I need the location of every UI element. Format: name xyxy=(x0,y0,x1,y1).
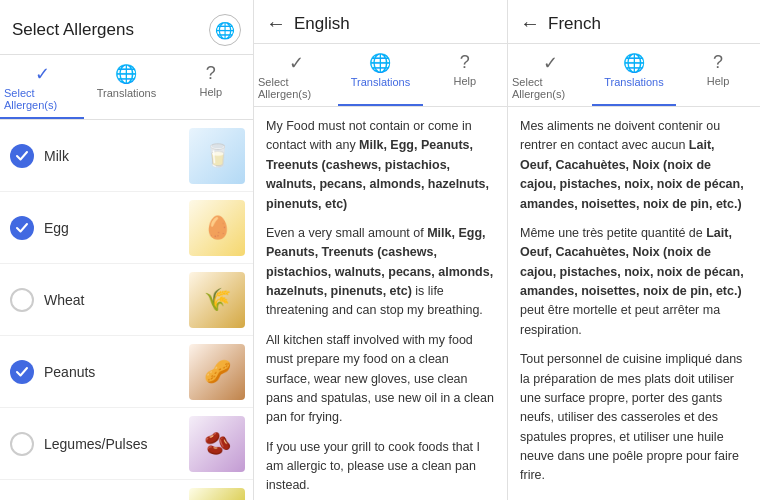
left-tab-label-help: Help xyxy=(200,86,223,98)
allergen-list: Milk 🥛 Egg 🥚 xyxy=(0,120,253,500)
check-circle-peanuts xyxy=(10,360,34,384)
wheat-emoji: 🌾 xyxy=(204,287,231,313)
left-tabs: ✓ Select Allergen(s) 🌐 Translations ? He… xyxy=(0,55,253,120)
allergen-name-egg: Egg xyxy=(44,220,189,236)
allergen-check-egg xyxy=(8,214,36,242)
checkmark-icon xyxy=(15,221,29,235)
left-panel: Select Allergens 🌐 ✓ Select Allergen(s) … xyxy=(0,0,254,500)
allergen-item-egg[interactable]: Egg 🥚 xyxy=(0,192,253,264)
help-tab-icon-right: ? xyxy=(713,52,723,73)
allergen-name-milk: Milk xyxy=(44,148,189,164)
allergen-name-peanuts: Peanuts xyxy=(44,364,189,380)
mid-para-1: My Food must not contain or come in cont… xyxy=(266,117,495,214)
middle-tab-select[interactable]: ✓ Select Allergen(s) xyxy=(254,44,338,106)
allergen-img-egg: 🥚 xyxy=(189,200,245,256)
middle-tab-select-label: Select Allergen(s) xyxy=(258,76,334,100)
left-tab-help[interactable]: ? Help xyxy=(169,55,253,119)
milk-emoji: 🥛 xyxy=(204,143,231,169)
right-tab-help-label: Help xyxy=(707,75,730,87)
left-tab-label-select: Select Allergen(s) xyxy=(4,87,80,111)
allergen-img-peanuts: 🥜 xyxy=(189,344,245,400)
mid-para-2: Even a very small amount of Milk, Egg, P… xyxy=(266,224,495,321)
allergen-img-milk: 🥛 xyxy=(189,128,245,184)
middle-title: English xyxy=(294,14,350,34)
globe-button[interactable]: 🌐 xyxy=(209,14,241,46)
allergen-img-wheat: 🌾 xyxy=(189,272,245,328)
allergen-check-legumes xyxy=(8,430,36,458)
check-tab-icon-right: ✓ xyxy=(543,52,558,74)
allergen-check-milk xyxy=(8,142,36,170)
mid-para-4: If you use your grill to cook foods that… xyxy=(266,438,495,496)
right-para-3: Tout personnel de cuisine impliqué dans … xyxy=(520,350,748,486)
right-tab-select[interactable]: ✓ Select Allergen(s) xyxy=(508,44,592,106)
allergen-check-peanuts xyxy=(8,358,36,386)
right-para-1: Mes aliments ne doivent contenir ou rent… xyxy=(520,117,748,214)
middle-tab-help-label: Help xyxy=(454,75,477,87)
middle-panel: ← English ✓ Select Allergen(s) 🌐 Transla… xyxy=(254,0,508,500)
right-tab-translations-label: Translations xyxy=(604,76,664,88)
check-circle-milk xyxy=(10,144,34,168)
egg-emoji: 🥚 xyxy=(204,215,231,241)
peanuts-emoji: 🥜 xyxy=(204,359,231,385)
globe-tab-icon-mid: 🌐 xyxy=(369,52,391,74)
right-tab-translations[interactable]: 🌐 Translations xyxy=(592,44,676,106)
right-tab-select-label: Select Allergen(s) xyxy=(512,76,588,100)
middle-tab-help[interactable]: ? Help xyxy=(423,44,507,106)
check-icon: ✓ xyxy=(35,63,50,85)
allergen-name-legumes: Legumes/Pulses xyxy=(44,436,189,452)
help-tab-icon-mid: ? xyxy=(460,52,470,73)
left-tab-select-allergen[interactable]: ✓ Select Allergen(s) xyxy=(0,55,84,119)
globe-tab-icon: 🌐 xyxy=(115,63,137,85)
right-para-4: Si vous utilisez votre gril pour cuisine… xyxy=(520,496,748,500)
allergen-img-soy: 🌿 xyxy=(189,488,245,501)
middle-content: My Food must not contain or come in cont… xyxy=(254,107,507,500)
mid-para-3: All kitchen staff involved with my food … xyxy=(266,331,495,428)
allergen-check-wheat xyxy=(8,286,36,314)
globe-icon: 🌐 xyxy=(215,21,235,40)
allergen-item-soy[interactable]: Soy 🌿 xyxy=(0,480,253,500)
check-tab-icon-mid: ✓ xyxy=(289,52,304,74)
empty-circle-wheat xyxy=(10,288,34,312)
right-header: ← French xyxy=(508,0,760,44)
allergen-item-peanuts[interactable]: Peanuts 🥜 xyxy=(0,336,253,408)
allergen-item-legumes[interactable]: Legumes/Pulses 🫘 xyxy=(0,408,253,480)
middle-tab-translations-label: Translations xyxy=(351,76,411,88)
allergen-name-wheat: Wheat xyxy=(44,292,189,308)
right-panel: ← French ✓ Select Allergen(s) 🌐 Translat… xyxy=(508,0,760,500)
middle-header: ← English xyxy=(254,0,507,44)
left-header: Select Allergens 🌐 xyxy=(0,0,253,55)
middle-back-arrow[interactable]: ← xyxy=(266,12,286,35)
globe-tab-icon-right: 🌐 xyxy=(623,52,645,74)
empty-circle-legumes xyxy=(10,432,34,456)
left-title: Select Allergens xyxy=(12,20,134,40)
checkmark-icon xyxy=(15,149,29,163)
right-tab-help[interactable]: ? Help xyxy=(676,44,760,106)
check-circle-egg xyxy=(10,216,34,240)
right-para-2: Même une très petite quantité de Lait, O… xyxy=(520,224,748,340)
allergen-item-wheat[interactable]: Wheat 🌾 xyxy=(0,264,253,336)
right-tabs: ✓ Select Allergen(s) 🌐 Translations ? He… xyxy=(508,44,760,107)
middle-tab-translations[interactable]: 🌐 Translations xyxy=(338,44,422,106)
right-back-arrow[interactable]: ← xyxy=(520,12,540,35)
checkmark-icon xyxy=(15,365,29,379)
allergen-item-milk[interactable]: Milk 🥛 xyxy=(0,120,253,192)
left-tab-label-translations: Translations xyxy=(97,87,157,99)
allergen-img-legumes: 🫘 xyxy=(189,416,245,472)
legumes-emoji: 🫘 xyxy=(204,431,231,457)
middle-tabs: ✓ Select Allergen(s) 🌐 Translations ? He… xyxy=(254,44,507,107)
app-container: Select Allergens 🌐 ✓ Select Allergen(s) … xyxy=(0,0,760,500)
right-title: French xyxy=(548,14,601,34)
left-tab-translations[interactable]: 🌐 Translations xyxy=(84,55,168,119)
help-icon: ? xyxy=(206,63,216,84)
right-content: Mes aliments ne doivent contenir ou rent… xyxy=(508,107,760,500)
